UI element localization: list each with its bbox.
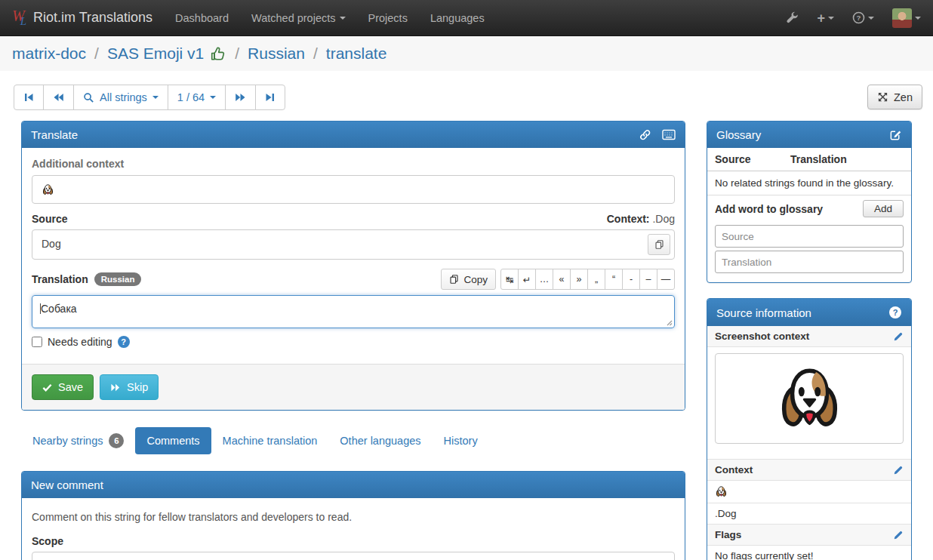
additional-context-box (32, 175, 675, 204)
breadcrumb-language[interactable]: Russian (248, 45, 305, 63)
brand[interactable]: WL Riot.im Translations (12, 8, 152, 27)
translation-text: Собака (41, 303, 77, 315)
chevron-down-icon (210, 96, 216, 99)
permalink-icon[interactable] (639, 128, 651, 141)
next-string-button[interactable] (225, 85, 256, 110)
fast-forward-icon (235, 92, 246, 103)
filter-dropdown[interactable]: All strings (73, 85, 168, 110)
special-char-laquo[interactable]: « (553, 269, 571, 290)
special-char-emdash[interactable]: — (657, 269, 675, 290)
keyboard-icon[interactable] (662, 129, 676, 140)
skip-button[interactable]: Skip (100, 374, 159, 400)
translate-panel-header: Translate (22, 122, 685, 148)
chevron-down-icon (152, 96, 159, 99)
help-icon[interactable]: ? (118, 336, 130, 348)
tab-machine-translation[interactable]: Machine translation (211, 427, 329, 454)
plus-icon: + (817, 11, 825, 25)
source-info-panel: Source information ? Screenshot context … (707, 298, 912, 560)
wrench-icon (786, 11, 799, 24)
needs-editing-label: Needs editing (48, 336, 112, 348)
glossary-add-row: Add word to glossary Add (707, 195, 911, 222)
last-string-button[interactable] (255, 85, 285, 110)
context-section-row: Context (707, 460, 911, 481)
special-char-raquo[interactable]: » (570, 269, 588, 290)
tab-comments[interactable]: Comments (135, 427, 211, 454)
glossary-table-header: Source Translation (707, 148, 911, 171)
navbar-menu: Dashboard Watched projects Projects Lang… (175, 12, 485, 24)
nav-item-watched-projects[interactable]: Watched projects (251, 12, 345, 24)
dog-emoji-small (42, 183, 54, 196)
user-menu-button[interactable] (892, 8, 921, 28)
double-arrow-right-icon (110, 383, 121, 392)
edit-screenshot-button[interactable] (893, 331, 904, 342)
position-dropdown[interactable]: 1 / 64 (168, 85, 226, 110)
chevron-down-icon (340, 17, 346, 20)
scope-label: Scope (32, 535, 675, 547)
top-navbar: WL Riot.im Translations Dashboard Watche… (0, 0, 933, 36)
source-string: Dog (42, 238, 61, 250)
thumbs-up-icon (210, 45, 226, 62)
help-circle-icon[interactable]: ? (888, 306, 902, 319)
special-char-endash[interactable]: – (639, 269, 657, 290)
translate-panel: Translate Additional context Source Cont… (21, 121, 685, 411)
special-char-ellipsis[interactable]: … (535, 269, 553, 290)
glossary-add-button[interactable]: Add (863, 200, 904, 217)
breadcrumb: matrix-doc / SAS Emoji v1 / Russian / tr… (0, 36, 933, 71)
edit-icon[interactable] (889, 128, 902, 141)
filter-label: All strings (100, 91, 147, 103)
skip-to-last-icon (265, 92, 276, 103)
glossary-source-input[interactable] (715, 225, 904, 248)
screenshot-context-row: Screenshot context (707, 326, 911, 347)
position-label: 1 / 64 (177, 91, 205, 103)
tab-nearby-strings[interactable]: Nearby strings 6 (21, 426, 135, 456)
flags-value-row: No flags currently set! (707, 546, 911, 560)
screenshot-image-box[interactable] (715, 353, 904, 444)
copy-translation-button[interactable]: Copy (441, 269, 496, 290)
glossary-translation-input[interactable] (715, 251, 904, 273)
add-menu-button[interactable]: + (817, 11, 834, 25)
save-button[interactable]: Save (32, 374, 94, 400)
breadcrumb-component[interactable]: SAS Emoji v1 (107, 45, 204, 63)
detail-tabs: Nearby strings 6 Comments Machine transl… (21, 426, 685, 456)
question-circle-icon: ? (852, 11, 865, 24)
comment-description: Comment on this string for fellow transl… (32, 511, 675, 523)
admin-tools-button[interactable] (786, 11, 799, 24)
source-string-box: Dog (32, 229, 675, 260)
edit-context-button[interactable] (893, 465, 904, 475)
breadcrumb-page[interactable]: translate (326, 45, 387, 63)
chevron-down-icon (868, 17, 874, 20)
breadcrumb-project[interactable]: matrix-doc (12, 45, 86, 63)
copy-source-button[interactable] (648, 234, 670, 255)
special-char-tab[interactable]: ↹ (500, 269, 519, 290)
needs-editing-checkbox[interactable] (32, 337, 42, 347)
special-char-high-quote[interactable]: “ (605, 269, 623, 290)
tab-other-languages[interactable]: Other languages (328, 427, 432, 454)
previous-string-button[interactable] (43, 85, 74, 110)
source-info-header: Source information ? (707, 299, 911, 326)
dog-emoji-screenshot (774, 363, 845, 435)
translation-textarea[interactable]: Собака (32, 295, 675, 328)
translation-label: Translation (32, 273, 88, 285)
glossary-panel: Glossary Source Translation No related s… (707, 121, 912, 283)
navbar-right: + ? (786, 8, 921, 28)
weblate-logo-icon: WL (12, 8, 26, 27)
scope-select[interactable]: Translation comment, discussions with ot… (32, 552, 675, 560)
glossary-empty-message: No related strings found in the glossary… (707, 171, 911, 195)
nav-item-dashboard[interactable]: Dashboard (175, 12, 229, 24)
nav-item-projects[interactable]: Projects (368, 12, 408, 24)
resize-grip[interactable] (665, 318, 673, 326)
special-char-newline[interactable]: ↵ (518, 269, 536, 290)
translate-panel-footer: Save Skip (22, 364, 685, 410)
nav-item-languages[interactable]: Languages (430, 12, 485, 24)
chevron-down-icon (915, 17, 921, 20)
copy-icon (449, 274, 459, 285)
zen-mode-button[interactable]: Zen (867, 85, 922, 109)
edit-flags-button[interactable] (893, 530, 904, 540)
special-char-hyphen[interactable]: - (622, 269, 640, 290)
first-string-button[interactable] (14, 85, 44, 110)
special-char-low-quote[interactable]: „ (587, 269, 605, 290)
help-menu-button[interactable]: ? (852, 11, 874, 24)
flags-section-row: Flags (707, 525, 911, 546)
tab-history[interactable]: History (433, 427, 489, 454)
dog-emoji-small (715, 485, 728, 498)
